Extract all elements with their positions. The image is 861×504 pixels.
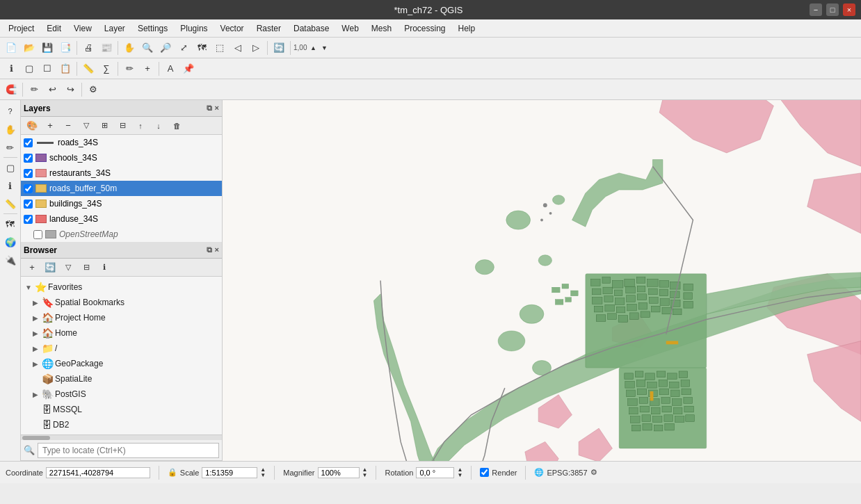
extra-tool[interactable]: ⚙: [85, 81, 102, 98]
browser-filter-button[interactable]: ▽: [60, 259, 77, 276]
browser-item-root[interactable]: ▶ 📁 /: [21, 341, 222, 356]
menu-edit[interactable]: Edit: [41, 22, 67, 35]
snapping-button[interactable]: 🧲: [3, 81, 19, 98]
scale-input[interactable]: [202, 467, 257, 478]
attribute-table-button[interactable]: 📋: [57, 60, 74, 77]
window-controls[interactable]: − □ ×: [810, 3, 855, 16]
measure-tool[interactable]: 📏: [2, 195, 19, 212]
browser-item-postgis[interactable]: ▶ 🐘 PostGIS: [21, 387, 222, 402]
expander-home[interactable]: ▶: [31, 330, 40, 337]
undo-button[interactable]: ↩: [44, 81, 61, 98]
zoom-layer-button[interactable]: 🗺: [193, 40, 210, 56]
layer-item-landuse34s[interactable]: landuse_34S: [21, 211, 222, 227]
move-up-button[interactable]: ↑: [132, 117, 149, 134]
expander-project-home[interactable]: ▶: [31, 314, 40, 322]
zoom-in-button[interactable]: 🔍: [139, 40, 156, 56]
expander-root[interactable]: ▶: [31, 345, 40, 352]
geo-tool[interactable]: 🌍: [2, 234, 19, 250]
print-button[interactable]: 🖨: [80, 40, 97, 56]
zoom-out-button[interactable]: 🔎: [157, 40, 174, 56]
zoom-full-button[interactable]: ⤢: [175, 40, 192, 56]
menu-layer[interactable]: Layer: [99, 22, 131, 35]
identify-tool[interactable]: ℹ: [2, 177, 19, 194]
browser-float-button[interactable]: ⧉: [207, 245, 212, 254]
scale-down[interactable]: ▼: [260, 473, 266, 478]
identify-button[interactable]: ℹ: [3, 60, 19, 77]
layer-item-schools34s[interactable]: schools_34S: [21, 150, 222, 165]
move-down-button[interactable]: ↓: [150, 117, 167, 134]
browser-close-button[interactable]: ×: [215, 245, 219, 254]
render-checkbox[interactable]: [480, 468, 489, 477]
rotation-input[interactable]: [416, 467, 454, 478]
browser-collapse-button[interactable]: ⊟: [78, 259, 95, 276]
collapse-all-button[interactable]: ⊟: [114, 117, 131, 134]
remove-layer-btn2[interactable]: 🗑: [168, 117, 185, 134]
browser-item-spatialite[interactable]: ▶ 📦 SpatiaLite: [21, 371, 222, 387]
scale-up-button[interactable]: ▲: [308, 40, 318, 56]
minimize-button[interactable]: −: [810, 3, 822, 16]
menu-plugins[interactable]: Plugins: [175, 22, 213, 35]
layer-tool[interactable]: 🗺: [2, 216, 19, 232]
deselect-button[interactable]: ☐: [39, 60, 56, 77]
open-button[interactable]: 📂: [21, 40, 38, 56]
menu-database[interactable]: Database: [288, 22, 335, 35]
browser-item-mssql[interactable]: ▶ 🗄 MSSQL: [21, 402, 222, 417]
plugin-tool[interactable]: 🔌: [2, 252, 19, 268]
pan-button[interactable]: ✋: [121, 40, 138, 56]
magnifier-input[interactable]: [318, 467, 360, 478]
edit-button[interactable]: ✏: [121, 60, 138, 77]
magnifier-steppers[interactable]: ▲ ▼: [362, 467, 368, 478]
expander-spatial-bookmarks[interactable]: ▶: [31, 299, 40, 307]
save-button[interactable]: 💾: [39, 40, 56, 56]
browser-item-favorites[interactable]: ▼ ⭐ Favorites: [21, 279, 222, 295]
layer-checkbox-restaurants34s[interactable]: [24, 169, 33, 178]
new-button[interactable]: 📄: [3, 40, 19, 56]
layer-item-roads34s[interactable]: roads_34S: [21, 135, 222, 150]
close-button[interactable]: ×: [843, 3, 855, 16]
label-pin-button[interactable]: 📌: [180, 60, 197, 77]
menu-view[interactable]: View: [68, 22, 97, 35]
remove-layer-button[interactable]: −: [60, 117, 77, 134]
layer-item-roadsbuffer50m[interactable]: roads_buffer_50m: [21, 181, 222, 196]
menu-processing[interactable]: Processing: [399, 22, 451, 35]
layer-checkbox-osm[interactable]: [33, 230, 42, 239]
save-as-button[interactable]: 📑: [57, 40, 74, 56]
browser-item-spatial-bookmarks[interactable]: ▶ 🔖 Spatial Bookmarks: [21, 295, 222, 310]
maximize-button[interactable]: □: [826, 3, 839, 16]
layer-item-osm[interactable]: OpenStreetMap: [21, 227, 222, 242]
label-button[interactable]: A: [162, 60, 179, 77]
zoom-next-button[interactable]: ▷: [248, 40, 264, 56]
browser-item-geopackage[interactable]: ▶ 🌐 GeoPackage: [21, 356, 222, 371]
browser-refresh-button[interactable]: 🔄: [42, 259, 58, 276]
expander-favorites[interactable]: ▼: [24, 284, 33, 291]
layer-checkbox-schools34s[interactable]: [24, 154, 33, 163]
layer-checkbox-landuse34s[interactable]: [24, 215, 33, 224]
pan-tool[interactable]: ✋: [2, 121, 19, 138]
expander-postgis[interactable]: ▶: [31, 391, 40, 398]
expander-geopackage[interactable]: ▶: [31, 360, 40, 368]
edit-tool[interactable]: ✏: [2, 139, 19, 156]
menu-help[interactable]: Help: [453, 22, 481, 35]
layer-checkbox-buildings34s[interactable]: [24, 200, 33, 209]
browser-scrollbar[interactable]: [21, 434, 222, 440]
refresh-button[interactable]: 🔄: [271, 40, 287, 56]
layer-item-restaurants34s[interactable]: restaurants_34S: [21, 165, 222, 181]
browser-add-button[interactable]: +: [24, 259, 40, 276]
browser-item-home[interactable]: ▶ 🏠 Home: [21, 325, 222, 341]
add-feature-button[interactable]: +: [139, 60, 156, 77]
filter-layer-button[interactable]: ▽: [78, 117, 95, 134]
epsg-item[interactable]: 🌐 EPSG:3857 ⚙: [534, 468, 597, 477]
rotation-down[interactable]: ▼: [457, 473, 462, 478]
menu-web[interactable]: Web: [336, 22, 364, 35]
layer-item-buildings34s[interactable]: buildings_34S: [21, 196, 222, 211]
layer-checkbox-roadsbuffer50m[interactable]: [24, 184, 33, 193]
layers-close-button[interactable]: ×: [215, 104, 219, 113]
locate-input[interactable]: [38, 443, 219, 458]
menu-vector[interactable]: Vector: [215, 22, 250, 35]
rotation-steppers[interactable]: ▲ ▼: [457, 467, 462, 478]
zoom-selection-button[interactable]: ⬚: [211, 40, 228, 56]
menu-settings[interactable]: Settings: [132, 22, 173, 35]
layer-checkbox-roads34s[interactable]: [24, 138, 33, 147]
browser-item-db2[interactable]: ▶ 🗄 DB2: [21, 417, 222, 432]
map-area[interactable]: [223, 100, 861, 461]
